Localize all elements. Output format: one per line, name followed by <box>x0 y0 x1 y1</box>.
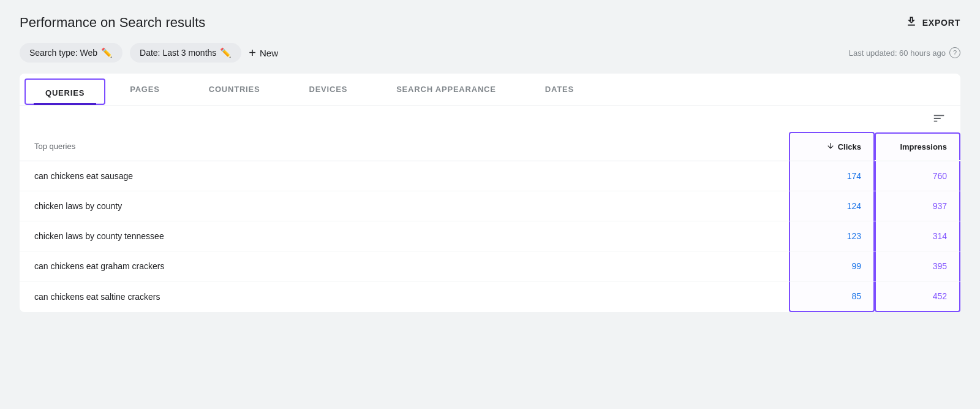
tab-pages[interactable]: PAGES <box>105 74 184 105</box>
impressions-cell: 314 <box>875 221 960 251</box>
edit-search-type-icon: ✏️ <box>101 47 113 58</box>
tabs-row: QUERIES PAGES COUNTRIES DEVICES SEARCH A… <box>20 74 960 105</box>
export-button[interactable]: EXPORT <box>905 15 960 31</box>
clicks-header-label: Clicks <box>838 142 861 151</box>
edit-date-icon: ✏️ <box>220 47 232 58</box>
table-row: can chickens eat saltine crackers 85 452 <box>20 281 960 312</box>
clicks-cell: 85 <box>789 281 875 312</box>
filter-lines-icon[interactable] <box>932 112 946 128</box>
impressions-cell: 452 <box>875 281 960 312</box>
date-label: Date: Last 3 months <box>140 48 216 58</box>
tab-devices[interactable]: DEVICES <box>284 74 372 105</box>
data-table: Top queries Clicks Impressions <box>20 132 960 312</box>
clicks-value: 99 <box>851 261 861 271</box>
help-icon[interactable]: ? <box>949 47 960 58</box>
impressions-value: 760 <box>933 171 947 181</box>
query-cell: can chickens eat graham crackers <box>20 251 789 281</box>
table-wrapper: Top queries Clicks Impressions <box>20 132 960 312</box>
last-updated: Last updated: 60 hours ago ? <box>849 47 960 58</box>
table-row: can chickens eat sausage 174 760 <box>20 161 960 191</box>
query-cell: chicken laws by county tennessee <box>20 221 789 251</box>
impressions-column-header[interactable]: Impressions <box>875 132 960 160</box>
clicks-value: 85 <box>851 291 861 301</box>
page-title: Performance on Search results <box>20 15 205 31</box>
impressions-cell: 937 <box>875 191 960 221</box>
impressions-value: 452 <box>933 291 947 301</box>
search-type-label: Search type: Web <box>29 48 97 58</box>
tab-countries[interactable]: COUNTRIES <box>184 74 285 105</box>
impressions-cell: 395 <box>875 251 960 281</box>
export-icon <box>905 15 918 31</box>
top-queries-label: Top queries <box>20 133 789 159</box>
new-label: New <box>260 48 278 58</box>
search-type-filter[interactable]: Search type: Web ✏️ <box>20 43 123 63</box>
impressions-cell: 760 <box>875 161 960 191</box>
impressions-value: 395 <box>933 261 947 271</box>
main-card: QUERIES PAGES COUNTRIES DEVICES SEARCH A… <box>20 74 960 312</box>
query-cell: can chickens eat saltine crackers <box>20 282 789 312</box>
table-header: Top queries Clicks Impressions <box>20 132 960 161</box>
clicks-cell: 174 <box>789 161 875 191</box>
export-label: EXPORT <box>922 18 960 28</box>
table-row: can chickens eat graham crackers 99 395 <box>20 251 960 281</box>
clicks-value: 123 <box>847 231 861 241</box>
clicks-cell: 123 <box>789 221 875 251</box>
tab-queries[interactable]: QUERIES <box>24 78 105 105</box>
query-cell: can chickens eat sausage <box>20 161 789 191</box>
clicks-column-header[interactable]: Clicks <box>789 132 875 161</box>
new-filter-button[interactable]: + New <box>249 46 278 60</box>
query-cell: chicken laws by county <box>20 191 789 221</box>
clicks-cell: 99 <box>789 251 875 281</box>
tab-search-appearance[interactable]: SEARCH APPEARANCE <box>372 74 521 105</box>
table-row: chicken laws by county tennessee 123 314 <box>20 221 960 251</box>
clicks-value: 124 <box>847 201 861 211</box>
clicks-value: 174 <box>847 171 861 181</box>
plus-icon: + <box>249 46 256 60</box>
impressions-value: 314 <box>933 231 947 241</box>
clicks-cell: 124 <box>789 191 875 221</box>
sort-arrow-icon <box>826 142 835 152</box>
impressions-header-label: Impressions <box>888 142 947 151</box>
date-filter[interactable]: Date: Last 3 months ✏️ <box>130 43 241 63</box>
tab-dates[interactable]: DATES <box>521 74 598 105</box>
table-row: chicken laws by county 124 937 <box>20 191 960 221</box>
impressions-value: 937 <box>933 201 947 211</box>
